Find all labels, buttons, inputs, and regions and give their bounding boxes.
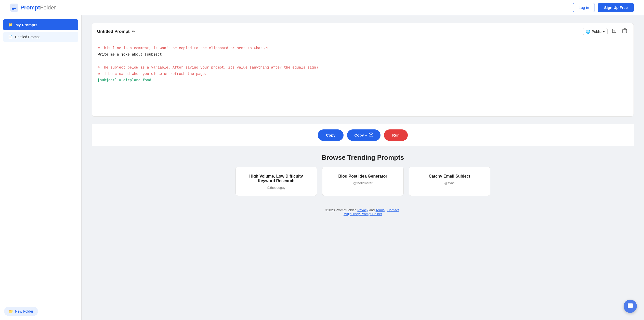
site-footer: ©2023 PromptFolder. Privacy and Terms . … (92, 204, 634, 220)
chatgpt-icon (369, 132, 373, 138)
trending-card-2-title: Blog Post Idea Generator (327, 174, 398, 179)
trending-card-2-author: @theflowster (327, 181, 398, 185)
copyright-text: ©2023 PromptFolder. (325, 208, 357, 212)
trending-cards: High Volume, Low Difficulty Keyword Rese… (92, 167, 634, 196)
prompt-editor-actions: 🌐 Public ▾ (583, 27, 628, 36)
header-buttons: Log in Sign Up Free (573, 3, 634, 12)
edit-icon[interactable]: ✏ (132, 29, 135, 34)
prompt-action-buttons: Copy Copy + Run (92, 124, 634, 146)
trending-section: Browse Trending Prompts High Volume, Low… (92, 154, 634, 196)
page-layout: 📁 My Prompts 📄 Untitled Prompt 📁 New Fol… (0, 15, 644, 320)
globe-icon: 🌐 (586, 30, 590, 34)
trending-card-1-author: @theseoguy (241, 186, 312, 190)
editor-line-3 (98, 58, 628, 64)
new-folder-label: New Folder (15, 309, 33, 313)
chevron-down-icon: ▾ (603, 30, 605, 34)
contact-link[interactable]: Contact (387, 208, 399, 212)
my-prompts-label: My Prompts (16, 23, 37, 27)
sidebar-item-untitled-prompt[interactable]: 📄 Untitled Prompt (3, 32, 78, 42)
trending-card-2[interactable]: Blog Post Idea Generator @theflowster (322, 167, 404, 196)
prompt-title-area: Untitled Prompt ✏ (97, 29, 135, 34)
editor-line-2: Write me a joke about [subject] (98, 51, 628, 58)
trending-card-3[interactable]: Catchy Email Subject @sync (409, 167, 490, 196)
svg-rect-0 (10, 4, 18, 12)
midjourney-link[interactable]: Midjourney Prompt Helper (344, 212, 382, 216)
visibility-selector[interactable]: 🌐 Public ▾ (583, 28, 608, 35)
prompt-editor-header: Untitled Prompt ✏ 🌐 Public ▾ (92, 23, 634, 40)
svg-rect-8 (623, 29, 627, 33)
svg-rect-3 (12, 8, 16, 9)
sidebar-item-my-prompts[interactable]: 📁 My Prompts (3, 19, 78, 30)
editor-line-5: will be cleared when you close or refres… (98, 71, 628, 77)
add-prompt-button[interactable] (610, 27, 618, 36)
svg-rect-4 (12, 9, 14, 10)
trending-title: Browse Trending Prompts (322, 154, 404, 162)
copy-chatgpt-label: Copy + (354, 133, 367, 137)
sidebar-prompt-label: Untitled Prompt (15, 35, 40, 39)
trending-card-1-title: High Volume, Low Difficulty Keyword Rese… (241, 174, 312, 183)
prompt-editor-body[interactable]: # This line is a comment, it won't be co… (92, 40, 634, 116)
prompt-title-text: Untitled Prompt (97, 29, 130, 34)
logo-text: PromptFolder (20, 4, 56, 11)
run-button[interactable]: Run (384, 129, 408, 141)
site-header: PromptFolder Log in Sign Up Free (0, 0, 644, 15)
login-button[interactable]: Log in (573, 3, 595, 12)
delete-prompt-button[interactable] (621, 27, 628, 36)
copy-chatgpt-button[interactable]: Copy + (347, 129, 380, 141)
editor-line-6: [subject] = airplane food (98, 77, 628, 84)
document-icon: 📄 (8, 35, 12, 39)
sidebar: 📁 My Prompts 📄 Untitled Prompt 📁 New Fol… (0, 15, 82, 320)
svg-rect-2 (12, 7, 17, 7)
trending-card-1[interactable]: High Volume, Low Difficulty Keyword Rese… (235, 167, 317, 196)
editor-line-4: # The subject below is a variable. After… (98, 64, 628, 71)
trending-card-3-title: Catchy Email Subject (414, 174, 485, 179)
prompt-editor-card: Untitled Prompt ✏ 🌐 Public ▾ (92, 23, 634, 117)
trending-card-3-author: @sync (414, 181, 485, 185)
visibility-label: Public (592, 30, 601, 34)
editor-line-1: # This line is a comment, it won't be co… (98, 45, 628, 51)
signup-button[interactable]: Sign Up Free (598, 3, 634, 12)
logo[interactable]: PromptFolder (10, 4, 56, 12)
privacy-link[interactable]: Privacy (357, 208, 368, 212)
new-folder-icon: 📁 (9, 309, 13, 313)
copy-button[interactable]: Copy (318, 129, 344, 141)
main-content: Untitled Prompt ✏ 🌐 Public ▾ (82, 15, 644, 320)
terms-link[interactable]: Terms (376, 208, 385, 212)
chat-fab-button[interactable] (624, 300, 637, 313)
svg-rect-1 (12, 6, 15, 6)
new-folder-button[interactable]: 📁 New Folder (4, 307, 38, 316)
folder-icon: 📁 (8, 22, 13, 27)
